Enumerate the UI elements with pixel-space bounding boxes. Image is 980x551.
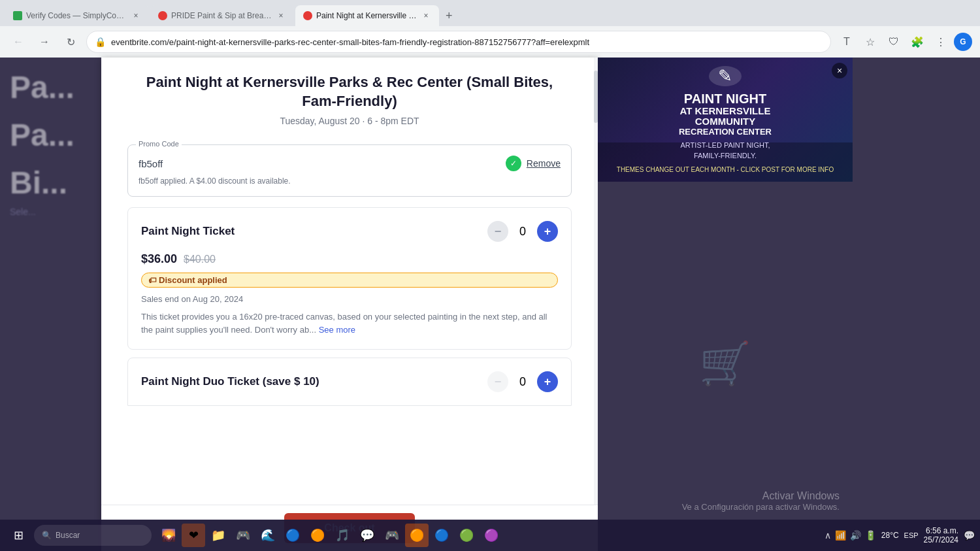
time-display: 6:56 a.m.	[924, 526, 958, 535]
bookmark-icon[interactable]: ☆	[860, 31, 881, 52]
taskbar-app-explorer[interactable]: 📁	[206, 524, 230, 547]
tab-title-3: Paint Night at Kernersville Park...	[316, 11, 417, 20]
taskbar-app-files[interactable]: 🌄	[157, 524, 180, 547]
bg-text-4: Sele...	[10, 207, 91, 217]
back-button[interactable]: ←	[8, 31, 29, 52]
tab-close-2[interactable]: ×	[276, 10, 286, 21]
tab-title-1: Verify Codes — SimplyCodes	[26, 11, 127, 20]
notification-icon[interactable]: 💬	[964, 530, 975, 541]
promo-label: Promo Code	[136, 140, 182, 148]
ticket-1-price-current: $36.00	[141, 252, 177, 266]
address-text: eventbrite.com/e/paint-night-at-kernersv…	[111, 37, 823, 47]
ticket-price-row-1: $36.00 $40.00	[141, 252, 558, 266]
tab-verify-codes[interactable]: Verify Codes — SimplyCodes ×	[5, 5, 149, 26]
increase-ticket-1-button[interactable]: +	[537, 221, 558, 242]
taskbar-app-chrome[interactable]: 🔵	[281, 524, 304, 547]
taskbar-app-app11[interactable]: 🟠	[405, 524, 429, 547]
tab-paint-night[interactable]: Paint Night at Kernersville Park... ×	[295, 5, 439, 26]
ticket-card-1: Paint Night Ticket − 0 + $36.00 $40.00 D…	[127, 207, 572, 350]
decrease-ticket-2-button[interactable]: −	[487, 371, 508, 392]
taskbar-app-steam[interactable]: 🎮	[231, 524, 255, 547]
promo-check-icon: ✓	[506, 156, 521, 171]
taskbar-app-chrome2[interactable]: 🔵	[430, 524, 453, 547]
browser-chrome: Verify Codes — SimplyCodes × PRIDE Paint…	[0, 0, 980, 58]
translate-icon[interactable]: T	[836, 31, 857, 52]
ticket-header-1: Paint Night Ticket − 0 +	[141, 221, 558, 242]
start-button[interactable]: ⊞	[5, 522, 31, 548]
extensions-icon[interactable]: 🧩	[907, 31, 928, 52]
nav-icons-right: T ☆ 🛡 🧩 ⋮ G	[836, 31, 972, 52]
event-image-content: ✎ Paint Night AT KERNERSVILLE COMMUNITY …	[598, 58, 853, 182]
tab-close-1[interactable]: ×	[131, 10, 141, 21]
event-image-title-1: Paint Night	[684, 92, 766, 106]
activar-windows: Activar Windows Ve a Configuración para …	[682, 490, 840, 512]
taskbar-apps: 🌄 ❤ 📁 🎮 🌊 🔵 🟠 🎵 💬 🎮 🟠 🔵 🟢 🟣	[157, 524, 503, 547]
tab-bar: Verify Codes — SimplyCodes × PRIDE Paint…	[0, 0, 980, 26]
ticket-counter-2: − 0 +	[487, 371, 558, 392]
discount-badge: Discount applied	[141, 273, 558, 288]
taskbar-temp: 28°C	[881, 531, 899, 540]
ticket-counter-1: − 0 +	[487, 221, 558, 242]
taskbar-app-app5[interactable]: 🌊	[256, 524, 280, 547]
bg-text-1: Pa...	[10, 71, 91, 105]
taskbar-app-app10[interactable]: 🎮	[380, 524, 404, 547]
taskbar-lang: ESP	[904, 531, 919, 539]
taskbar-expand-icon[interactable]: ∧	[825, 530, 831, 541]
search-icon: 🔍	[42, 531, 52, 540]
shield-icon[interactable]: 🛡	[883, 31, 904, 52]
increase-ticket-2-button[interactable]: +	[537, 371, 558, 392]
tab-close-3[interactable]: ×	[421, 10, 431, 21]
ticket-1-quantity: 0	[516, 225, 529, 239]
see-more-link[interactable]: See more	[319, 325, 355, 335]
taskbar-app-discord[interactable]: 💬	[355, 524, 379, 547]
taskbar-right: ∧ 📶 🔊 🔋 28°C ESP 6:56 a.m. 25/7/2024 💬	[825, 526, 975, 544]
ticket-name-2: Paint Night Duo Ticket (save $ 10)	[141, 375, 319, 388]
modal-subtitle: Tuesday, August 20 · 6 - 8pm EDT	[127, 116, 572, 126]
event-image-subtitle: ARTIST-LED PAINT NIGHT,FAMILY-FRIENDLY.	[681, 141, 770, 161]
ticket-name-1: Paint Night Ticket	[141, 225, 235, 238]
search-text: Buscar	[56, 531, 80, 540]
modal-header: Paint Night at Kernersville Parks & Rec …	[101, 58, 598, 134]
taskbar-search[interactable]: 🔍 Buscar	[34, 525, 152, 546]
taskbar-app-app14[interactable]: 🟣	[480, 524, 503, 547]
modal-title: Paint Night at Kernersville Parks & Rec …	[127, 73, 572, 110]
taskbar-app-app8[interactable]: 🎵	[331, 524, 354, 547]
tab-pride[interactable]: PRIDE Paint & Sip at Breathe C... ×	[150, 5, 294, 26]
taskbar-time: 6:56 a.m. 25/7/2024	[924, 526, 958, 544]
decrease-ticket-1-button[interactable]: −	[487, 221, 508, 242]
event-image-link: THEMES CHANGE OUT EACH MONTH - CLICK POS…	[617, 166, 834, 173]
taskbar-battery-icon[interactable]: 🔋	[865, 530, 876, 541]
reload-button[interactable]: ↻	[60, 31, 81, 52]
taskbar-app-app13[interactable]: 🟢	[455, 524, 478, 547]
menu-icon[interactable]: ⋮	[930, 31, 951, 52]
main-content: Pa... Pa... Bi... Sele... Paint Night at…	[0, 58, 980, 551]
taskbar-network-icon[interactable]: 📶	[835, 530, 846, 541]
activar-subtitle: Ve a Configuración para activar Windows.	[682, 502, 840, 512]
taskbar-app-app7[interactable]: 🟠	[306, 524, 329, 547]
taskbar-icons: ∧ 📶 🔊 🔋	[825, 530, 876, 541]
promo-input-row: ✓ Remove	[139, 156, 561, 171]
bg-text-3: Bi...	[10, 166, 91, 201]
ticket-1-description: This ticket provides you a 16x20 pre-tra…	[141, 310, 558, 336]
modal-container: Paint Night at Kernersville Parks & Rec …	[101, 58, 598, 551]
tab-favicon-2	[158, 11, 167, 20]
ticket-card-2: Paint Night Duo Ticket (save $ 10) − 0 +	[127, 358, 572, 406]
address-bar[interactable]: 🔒 eventbrite.com/e/paint-night-at-kerner…	[86, 31, 831, 53]
tab-title-2: PRIDE Paint & Sip at Breathe C...	[171, 11, 272, 20]
cart-icon: 🛒	[699, 339, 751, 388]
forward-button[interactable]: →	[34, 31, 55, 52]
nav-bar: ← → ↻ 🔒 eventbrite.com/e/paint-night-at-…	[0, 26, 980, 58]
new-tab-button[interactable]: +	[440, 7, 458, 25]
taskbar-volume-icon[interactable]: 🔊	[850, 530, 861, 541]
profile-avatar[interactable]: G	[954, 33, 972, 51]
promo-section: Promo Code ✓ Remove fb5off applied. A $4…	[127, 144, 572, 197]
event-image-title-2: AT KERNERSVILLE	[680, 106, 771, 117]
event-logo: ✎	[709, 66, 742, 86]
taskbar-app-brave[interactable]: ❤	[182, 524, 205, 547]
promo-success-text: fb5off applied. A $4.00 discount is avai…	[139, 176, 561, 186]
tab-favicon-1	[13, 11, 22, 20]
promo-input[interactable]	[139, 158, 500, 169]
remove-promo-button[interactable]: Remove	[527, 158, 561, 169]
event-image-title-4: RECREATION CENTER	[679, 127, 772, 137]
ticket-1-price-original: $40.00	[184, 254, 216, 265]
